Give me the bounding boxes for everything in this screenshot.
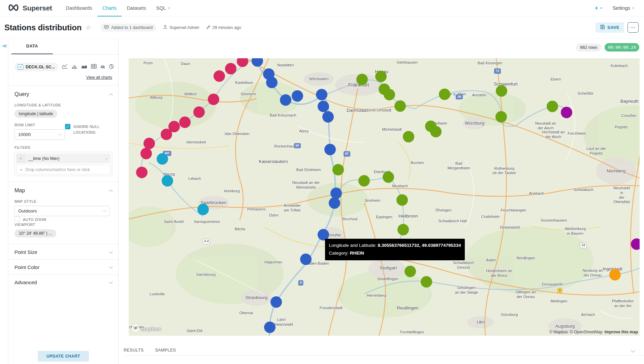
row-limit-select[interactable]: 10000: [14, 129, 65, 140]
map-data-point[interactable]: [179, 117, 191, 128]
map-canvas[interactable]: Longitude and Latitude: 8.30556376651173…: [129, 58, 640, 336]
chevron-down-icon[interactable]: [631, 348, 635, 353]
collapse-panel-icon[interactable]: [2, 43, 7, 364]
top-navbar: Superset Dashboards Charts Datasets SQL▼…: [0, 0, 644, 16]
results-bar: RESULTS SAMPLES: [124, 345, 644, 356]
bar-chart-icon[interactable]: [71, 64, 77, 70]
map-data-point[interactable]: [322, 111, 334, 123]
map-data-point[interactable]: [292, 90, 303, 102]
map-section-header[interactable]: Map: [14, 188, 112, 194]
viewport-value-pill[interactable]: 10° 24' 49.86" | ...: [14, 229, 56, 237]
map-data-point[interactable]: [356, 74, 368, 85]
map-data-point[interactable]: [324, 144, 336, 155]
map-data-point[interactable]: [396, 194, 408, 206]
superset-logo[interactable]: Superset: [7, 4, 52, 12]
map-data-point[interactable]: [496, 85, 507, 97]
map-data-point[interactable]: [193, 106, 205, 118]
map-data-point[interactable]: [300, 254, 312, 265]
section-point-color[interactable]: Point Color: [14, 260, 112, 274]
map-data-point[interactable]: [430, 126, 442, 137]
lon-lat-value-pill[interactable]: longitude | latitude: [14, 110, 57, 118]
section-advanced[interactable]: Advanced: [14, 275, 112, 290]
query-section-header[interactable]: Query: [14, 91, 112, 97]
map-data-point[interactable]: [439, 89, 450, 100]
map-data-point[interactable]: [266, 77, 278, 88]
viz-type-selected[interactable]: ✓ DECK.GL SC...: [14, 63, 58, 71]
map-data-point[interactable]: [140, 148, 152, 159]
map-city-label: Scheßlitz: [578, 91, 593, 96]
remove-filter-icon[interactable]: ×: [16, 154, 25, 163]
map-city-label: Bruchsal: [342, 217, 357, 222]
map-data-point[interactable]: [161, 129, 172, 140]
update-chart-button[interactable]: UPDATE CHART: [38, 351, 89, 362]
map-city-label: Bad Mergentheim: [447, 161, 470, 171]
map-data-point[interactable]: [383, 171, 394, 183]
map-data-point[interactable]: [358, 175, 370, 187]
map-data-point[interactable]: [162, 175, 173, 187]
ignore-null-control[interactable]: ✓ IGNORE NULL LOCATIONS: [65, 123, 109, 140]
map-city-label: Buchen: [411, 161, 424, 166]
filter-item-time[interactable]: × __time (No filter) ›: [16, 154, 110, 163]
filter-drop-zone[interactable]: + Drop columns/metrics here or click: [16, 165, 110, 174]
favorite-star-icon[interactable]: ☆: [86, 24, 91, 31]
map-style-select[interactable]: Outdoors: [14, 206, 109, 216]
nav-sql[interactable]: SQL▼: [151, 0, 175, 16]
more-options-button[interactable]: ···: [627, 22, 639, 33]
mapbox-logo[interactable]: mapbox: [132, 325, 161, 333]
area-chart-icon[interactable]: [81, 64, 87, 70]
map-data-point[interactable]: [421, 276, 432, 288]
pie-chart-icon[interactable]: [109, 64, 114, 70]
map-data-point[interactable]: [136, 167, 148, 178]
viz-4k-option[interactable]: 4k: [100, 65, 105, 69]
map-city-label: Dahn: [269, 213, 279, 218]
map-data-point[interactable]: [394, 100, 406, 112]
map-data-point[interactable]: [384, 89, 395, 100]
map-data-point[interactable]: [403, 131, 414, 142]
map-data-point[interactable]: [318, 101, 329, 112]
map-data-point[interactable]: [397, 224, 409, 235]
section-point-size[interactable]: Point Size: [14, 244, 112, 259]
map-data-point[interactable]: [609, 269, 621, 280]
map-data-point[interactable]: [214, 70, 225, 82]
map-data-point[interactable]: [332, 164, 344, 175]
save-button[interactable]: SAVE: [595, 22, 624, 33]
map-data-point[interactable]: [375, 71, 387, 82]
last-modified-label[interactable]: 29 minutes ago: [206, 25, 241, 30]
tab-samples[interactable]: SAMPLES: [155, 348, 176, 353]
osm-attribution-link[interactable]: © OpenStreetMap: [570, 330, 603, 334]
auto-zoom-control[interactable]: AUTO ZOOM: [14, 216, 65, 223]
checkbox-checked-icon[interactable]: ✓: [65, 124, 70, 129]
nav-dashboards[interactable]: Dashboards: [61, 0, 97, 16]
view-all-charts-link[interactable]: View all charts: [14, 75, 112, 80]
map-data-point[interactable]: [270, 296, 282, 308]
table-icon[interactable]: [91, 64, 97, 70]
map-data-point[interactable]: [631, 238, 640, 250]
map-data-point[interactable]: [405, 266, 416, 277]
road-shield: 26: [456, 94, 462, 100]
map-data-point[interactable]: [280, 94, 291, 106]
dashboard-count-badge[interactable]: Added to 1 dashboard: [100, 24, 156, 32]
owner-label[interactable]: Superset Admin: [163, 25, 199, 30]
map-data-point[interactable]: [264, 322, 276, 333]
tab-data[interactable]: DATA: [11, 39, 53, 54]
nav-charts[interactable]: Charts: [97, 0, 122, 16]
improve-map-link[interactable]: Improve this map: [605, 330, 638, 334]
tab-results[interactable]: RESULTS: [124, 348, 144, 353]
line-chart-icon[interactable]: [62, 64, 68, 70]
new-item-button[interactable]: +▼: [595, 5, 603, 11]
map-data-point[interactable]: [316, 89, 327, 100]
mapbox-attribution-link[interactable]: © Mapbox: [549, 330, 568, 334]
map-data-point[interactable]: [225, 63, 236, 74]
map-data-point[interactable]: [547, 101, 558, 112]
nav-datasets[interactable]: Datasets: [122, 0, 151, 16]
map-data-point[interactable]: [495, 111, 507, 123]
chevron-down-icon: [109, 280, 112, 284]
checkbox-unchecked-icon[interactable]: [14, 216, 20, 222]
map-city-label: Alzey: [299, 129, 309, 134]
map-data-point[interactable]: [197, 204, 209, 215]
map-data-point[interactable]: [561, 107, 572, 118]
map-data-point[interactable]: [208, 94, 219, 105]
map-data-point[interactable]: [329, 197, 340, 209]
settings-menu[interactable]: Settings▼: [613, 5, 635, 11]
map-data-point[interactable]: [157, 153, 168, 165]
